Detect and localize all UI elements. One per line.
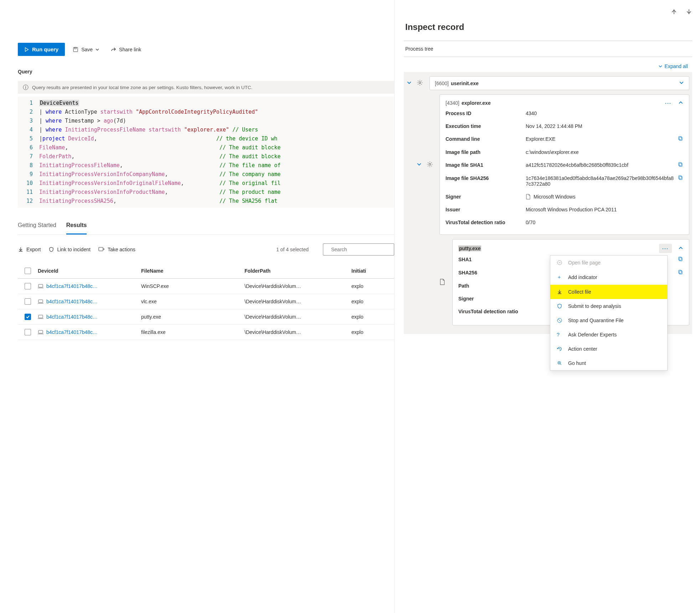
table-row[interactable]: b4cf1ca7f14017b48c…vlc.exe\Device\Harddi… [18, 294, 394, 309]
shield-icon [48, 247, 54, 252]
search-field[interactable] [331, 247, 393, 252]
run-query-button[interactable]: Run query [18, 43, 65, 56]
tree-node-userinit[interactable]: [6600] userinit.exe [429, 76, 689, 90]
caret-userinit[interactable] [407, 80, 415, 86]
link-to-incident-button[interactable]: Link to incident [48, 247, 90, 252]
expand-all-button[interactable]: Expand all [658, 63, 688, 69]
info-bar: Query results are presented in your loca… [18, 81, 394, 94]
shield-icon [557, 303, 563, 309]
next-record-icon[interactable] [686, 9, 692, 15]
prev-record-icon[interactable] [671, 9, 677, 15]
row-checkbox[interactable] [25, 298, 31, 305]
chevron-up-icon[interactable] [678, 246, 683, 252]
svg-rect-4 [25, 87, 26, 89]
expand-all-row: Expand all [404, 57, 692, 72]
menu-action-center[interactable]: Action center [550, 342, 667, 356]
filename-cell: vlc.exe [141, 299, 245, 304]
link-to-incident-label: Link to incident [57, 247, 90, 252]
svg-rect-17 [679, 176, 682, 180]
copy-icon[interactable] [678, 270, 683, 276]
laptop-icon [38, 299, 43, 304]
laptop-icon [38, 330, 43, 334]
menu-deep-analysis[interactable]: Submit to deep analysis [550, 299, 667, 313]
menu-open-file[interactable]: Open file page [550, 256, 667, 270]
panel-title: Inspect record [404, 22, 692, 41]
initiating-cell: explo [351, 283, 394, 289]
row-checkbox[interactable] [25, 314, 31, 320]
chevron-down-icon [96, 48, 99, 51]
download-icon [18, 247, 24, 252]
svg-point-3 [25, 86, 26, 87]
copy-icon[interactable] [678, 136, 683, 142]
copy-icon[interactable] [678, 257, 683, 263]
share-link-label: Share link [119, 47, 141, 52]
file-icon [439, 279, 450, 286]
folderpath-cell: \Device\HarddiskVolum… [245, 283, 351, 289]
search-input[interactable] [323, 243, 394, 256]
svg-point-11 [419, 82, 421, 83]
tab-results[interactable]: Results [66, 218, 87, 235]
download-icon [557, 289, 563, 295]
device-link[interactable]: b4cf1ca7f14017b48c… [38, 314, 98, 320]
row-checkbox[interactable] [25, 283, 31, 289]
more-actions-icon[interactable]: ⋯ [665, 99, 672, 107]
plus-icon: ＋ [557, 274, 563, 280]
device-link[interactable]: b4cf1ca7f14017b48c… [38, 299, 98, 304]
device-link[interactable]: b4cf1ca7f14017b48c… [38, 329, 98, 335]
filename-cell: filezilla.exe [141, 329, 245, 335]
share-link-button[interactable]: Share link [107, 44, 145, 55]
initiating-cell: explo [351, 329, 394, 335]
svg-rect-22 [679, 270, 681, 273]
svg-point-25 [558, 361, 561, 364]
save-button[interactable]: Save [69, 44, 103, 55]
play-icon [24, 47, 29, 52]
table-row[interactable]: b4cf1ca7f14017b48c…WinSCP.exe\Device\Har… [18, 279, 394, 294]
select-all-checkbox[interactable] [25, 268, 31, 274]
run-query-label: Run query [32, 46, 58, 52]
col-filename[interactable]: FileName [141, 268, 245, 274]
query-editor[interactable]: 1DeviceEvents 2| where ActionType starts… [18, 97, 394, 208]
folderpath-cell: \Device\HarddiskVolum… [245, 329, 351, 335]
export-button[interactable]: Export [18, 247, 41, 252]
col-deviceid[interactable]: DeviceId [38, 268, 141, 274]
svg-rect-5 [99, 247, 103, 251]
chevron-down-icon[interactable] [679, 80, 684, 86]
info-icon [23, 84, 29, 90]
menu-ask-experts[interactable]: ?Ask Defender Experts [550, 328, 667, 342]
svg-rect-21 [679, 271, 682, 274]
save-label: Save [81, 47, 93, 52]
svg-rect-14 [679, 136, 681, 140]
menu-add-indicator[interactable]: ＋Add indicator [550, 270, 667, 285]
history-icon [557, 346, 563, 352]
row-checkbox[interactable] [25, 329, 31, 335]
laptop-icon [38, 315, 43, 319]
svg-rect-16 [679, 163, 681, 166]
svg-point-12 [429, 163, 431, 165]
more-actions-icon[interactable]: ⋯ [659, 244, 672, 253]
take-actions-button[interactable]: Take actions [98, 247, 135, 252]
svg-rect-7 [38, 284, 43, 287]
table-row[interactable]: b4cf1ca7f14017b48c…putty.exe\Device\Hard… [18, 309, 394, 325]
copy-icon[interactable] [678, 175, 683, 181]
share-icon [110, 47, 116, 52]
tree-node-putty[interactable]: putty.exe ⋯ SHA1 SHA256 Path Signer Viru… [452, 239, 689, 325]
tree-node-explorer[interactable]: [4340] explorer.exe ⋯ Process ID4340 Exe… [439, 94, 689, 235]
context-menu: Open file page ＋Add indicator Collect fi… [550, 255, 668, 371]
svg-rect-10 [38, 330, 43, 333]
menu-stop-quarantine[interactable]: Stop and Quarantine File [550, 313, 667, 328]
col-folderpath[interactable]: FolderPath [245, 268, 351, 274]
copy-icon[interactable] [678, 162, 683, 168]
chevron-up-icon[interactable] [678, 100, 683, 106]
menu-go-hunt[interactable]: Go hunt [550, 356, 667, 370]
col-initiating[interactable]: Initiati [351, 268, 394, 274]
menu-collect-file[interactable]: Collect file [550, 285, 667, 299]
open-icon [557, 260, 563, 266]
virustotal-link[interactable]: 0/70 [526, 220, 683, 225]
gear-icon [417, 79, 427, 87]
tab-getting-started[interactable]: Getting Started [18, 218, 56, 235]
process-tree-header[interactable]: Process tree [404, 41, 692, 57]
results-table: DeviceId FileName FolderPath Initiati b4… [18, 263, 394, 340]
table-row[interactable]: b4cf1ca7f14017b48c…filezilla.exe\Device\… [18, 325, 394, 340]
caret-explorer[interactable] [417, 162, 424, 168]
device-link[interactable]: b4cf1ca7f14017b48c… [38, 283, 98, 289]
